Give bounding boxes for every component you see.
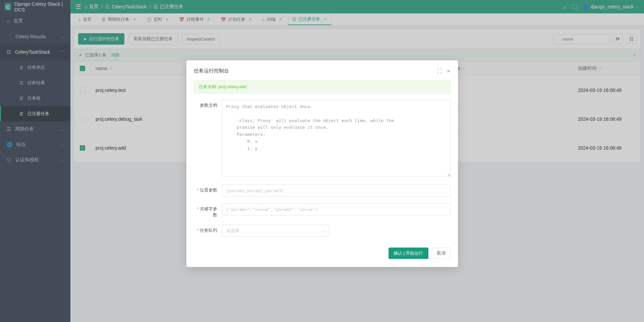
confirm-button[interactable]: 确认 | 开始运行 [389,248,428,259]
modal: 任务运行控制台 ⛶ ✕ 任务名称: proj.celery.add 参数文档 *… [186,60,458,267]
kwargs-input[interactable] [222,203,451,215]
queue-label: *任务队列 [194,225,217,233]
task-name-alert: 任务名称: proj.celery.add [194,80,451,94]
args-label: *位置参数 [194,184,217,193]
args-input[interactable] [222,184,451,197]
close-icon[interactable]: ✕ [447,68,451,74]
doc-textarea[interactable] [222,100,451,177]
modal-title: 任务运行控制台 [194,68,229,74]
cancel-button[interactable]: 取消 [432,248,451,259]
chevron-down-icon: ⌄ [321,228,325,233]
doc-label: 参数文档 [194,100,217,108]
modal-overlay: 任务运行控制台 ⛶ ✕ 任务名称: proj.celery.add 参数文档 *… [0,0,644,322]
queue-select[interactable]: 请选择 ⌄ [222,225,329,237]
fullscreen-icon[interactable]: ⛶ [437,68,442,74]
kwargs-label: *关键字参数 [194,203,217,218]
